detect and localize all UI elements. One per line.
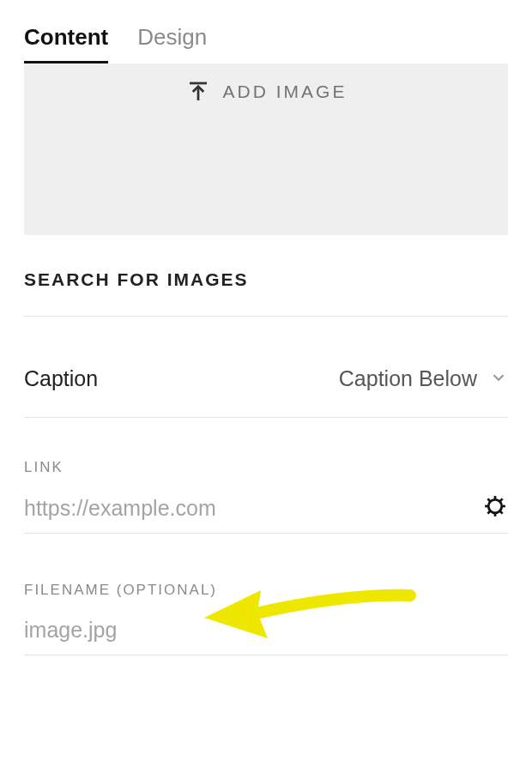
link-field: LINK: [24, 418, 508, 534]
tab-content[interactable]: Content: [24, 24, 108, 63]
filename-field: FILENAME (OPTIONAL): [24, 534, 508, 655]
gear-icon: [482, 493, 508, 522]
link-label: LINK: [24, 459, 508, 476]
caption-label: Caption: [24, 366, 98, 391]
svg-line-8: [500, 511, 503, 514]
search-for-images-label: SEARCH FOR IMAGES: [24, 269, 249, 289]
filename-label: FILENAME (OPTIONAL): [24, 582, 508, 599]
link-settings-button[interactable]: [482, 493, 508, 522]
svg-line-10: [500, 498, 503, 501]
svg-line-9: [487, 511, 490, 514]
tab-design[interactable]: Design: [137, 24, 207, 63]
svg-point-2: [488, 499, 502, 513]
svg-line-7: [487, 498, 490, 501]
tabs: Content Design: [24, 24, 508, 63]
caption-select-value: Caption Below: [339, 366, 477, 391]
caption-row: Caption Caption Below: [24, 317, 508, 418]
chevron-down-icon: [489, 368, 508, 390]
upload-icon: [185, 79, 211, 105]
add-image-label: ADD IMAGE: [223, 82, 348, 102]
link-input[interactable]: [24, 494, 474, 522]
search-for-images-button[interactable]: SEARCH FOR IMAGES: [24, 235, 508, 317]
add-image-button[interactable]: ADD IMAGE: [24, 63, 508, 235]
caption-select[interactable]: Caption Below: [339, 366, 508, 391]
filename-input[interactable]: [24, 616, 508, 644]
